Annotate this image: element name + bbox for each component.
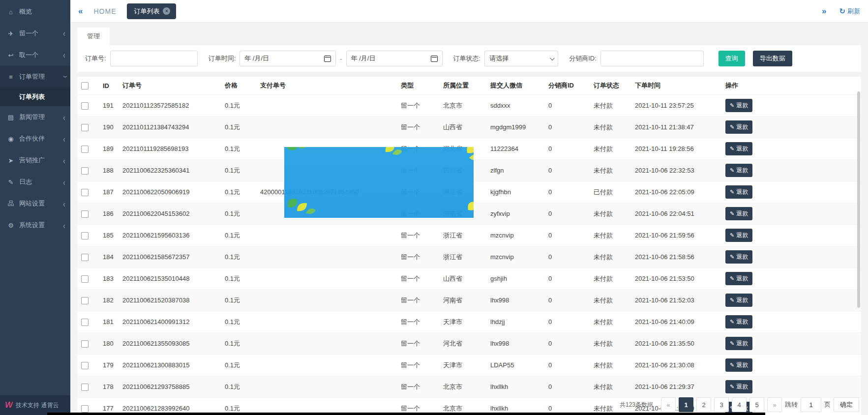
sidebar-item-qu-yi-ge[interactable]: ↩ 取一个 ‹ [0,44,70,66]
cell-price: 0.1元 [221,117,256,138]
page-button-5[interactable]: 5 [749,397,764,412]
page-button-3[interactable]: 3 [714,397,729,412]
row-checkbox[interactable] [81,102,89,110]
col-wechat: 提交人微信 [486,77,544,95]
table-row: 184 2021100621585672357 0.1元 留一个 浙江省 mzc… [77,246,861,268]
tab-manage[interactable]: 管理 [77,28,110,45]
sidebar-item-liu-yi-ge[interactable]: ✈ 留一个 ‹ [0,23,70,44]
cell-distributor-id: 0 [544,225,590,246]
page-button-4[interactable]: 4 [732,397,747,412]
refund-button[interactable]: ✎ 退款 [725,142,752,155]
cell-id: 179 [99,355,119,376]
jump-confirm-button[interactable]: 确定 [834,397,859,412]
refund-button[interactable]: ✎ 退款 [725,99,752,112]
page-button-1[interactable]: 1 [679,397,693,412]
cell-time: 2021-10-06 21:29:37 [631,376,721,398]
cell-status: 未付款 [590,311,631,333]
sidebar-footer: W 技术支持 通霄云 [0,395,70,415]
row-checkbox[interactable] [81,275,89,283]
row-checkbox[interactable] [81,167,89,175]
select-all-checkbox[interactable] [81,82,89,89]
sidebar-item-logs[interactable]: ✎ 日志 ‹ [0,171,70,193]
gear-icon: ⚙ [6,222,16,229]
refund-button[interactable]: ✎ 退款 [725,315,752,328]
jump-page-input[interactable] [801,397,821,412]
row-checkbox[interactable] [81,297,89,304]
row-checkbox-cell [77,311,99,333]
cell-price: 0.1元 [221,203,256,225]
tab-home[interactable]: HOME [93,7,116,15]
date-end-input[interactable]: 年 /月/日 [346,51,443,66]
refund-button[interactable]: ✎ 退款 [725,185,752,199]
cell-wechat: kjgfhbn [486,181,544,203]
cell-type: 留一个 [397,376,439,398]
page-button-2[interactable]: 2 [696,397,711,412]
calendar-icon[interactable] [324,56,331,62]
refund-button[interactable]: ✎ 退款 [725,337,752,350]
tab-order-list[interactable]: 订单列表 × [127,3,176,19]
refresh-button[interactable]: ↻ 刷新 [839,7,860,16]
cell-type: 留一个 [397,333,439,355]
cell-order-no: 2021100621520387038 [119,290,221,311]
refund-label: 退款 [736,339,748,348]
cell-wechat: mgdgm1999 [486,117,544,138]
cell-status: 未付款 [590,376,631,398]
row-checkbox-cell [77,181,99,203]
tabs-scroll-left-icon[interactable]: « [78,6,83,16]
cell-type: 留一个 [397,117,439,138]
sidebar-item-order-management[interactable]: ≡ 订单管理 ‹ [0,66,70,88]
sidebar-item-news-management[interactable]: ▤ 新闻管理 ‹ [0,106,70,128]
row-checkbox[interactable] [81,405,89,413]
row-checkbox[interactable] [81,189,89,196]
row-checkbox[interactable] [81,362,89,369]
distributor-id-input[interactable] [600,51,704,66]
order-no-input[interactable] [110,51,198,66]
cell-id: 188 [99,160,119,181]
refund-button[interactable]: ✎ 退款 [725,272,752,285]
refund-button[interactable]: ✎ 退款 [725,380,752,393]
brand-logo: W [5,400,13,410]
handshake-icon: ◉ [6,135,16,143]
cell-wechat: gshjih [486,268,544,290]
refund-button[interactable]: ✎ 退款 [725,250,752,264]
row-checkbox[interactable] [81,210,89,218]
vertical-scrollbar[interactable] [857,91,860,308]
refund-button[interactable]: ✎ 退款 [725,358,752,372]
select-value: 请选择 [489,54,509,63]
row-checkbox[interactable] [81,124,89,131]
sidebar-item-overview[interactable]: ⌂ 概览 [0,1,70,23]
refund-button[interactable]: ✎ 退款 [725,294,752,307]
row-checkbox[interactable] [81,232,89,239]
row-checkbox-cell [77,95,99,117]
cell-id: 184 [99,246,119,268]
row-checkbox[interactable] [81,254,89,261]
sidebar-item-system-settings[interactable]: ⚙ 系统设置 ‹ [0,214,70,236]
refund-button[interactable]: ✎ 退款 [725,120,752,134]
row-checkbox[interactable] [81,319,89,326]
edit-icon: ✎ [730,146,734,152]
sidebar-item-label: 取一个 [19,51,63,59]
prev-page-button[interactable]: « [661,397,676,412]
search-button[interactable]: 查询 [718,51,745,66]
row-checkbox-cell [77,355,99,376]
sidebar-item-marketing[interactable]: ➤ 营销推广 ‹ [0,149,70,171]
next-page-button[interactable]: » [767,397,782,412]
sidebar-item-partners[interactable]: ◉ 合作伙伴 ‹ [0,128,70,149]
sidebar-item-site-settings[interactable]: 品 网站设置 ‹ [0,193,70,214]
export-data-button[interactable]: 导出数据 [753,51,792,66]
row-checkbox[interactable] [81,146,89,153]
bottom-black-bar [47,413,765,415]
order-status-select[interactable]: 请选择 [484,51,558,66]
date-start-input[interactable]: 年 /月/日 [239,51,336,66]
refund-button[interactable]: ✎ 退款 [725,164,752,177]
cell-order-no: 2021100621595603136 [119,225,221,246]
calendar-icon[interactable] [431,56,438,62]
refund-button[interactable]: ✎ 退款 [725,229,752,242]
cell-wechat: mzcnvip [486,246,544,268]
close-icon[interactable]: × [163,7,170,15]
sidebar-subitem-order-list[interactable]: 订单列表 [0,88,70,106]
tabs-scroll-right-icon[interactable]: » [822,6,826,16]
row-checkbox[interactable] [81,340,89,348]
row-checkbox[interactable] [81,384,89,391]
refund-button[interactable]: ✎ 退款 [725,207,752,220]
